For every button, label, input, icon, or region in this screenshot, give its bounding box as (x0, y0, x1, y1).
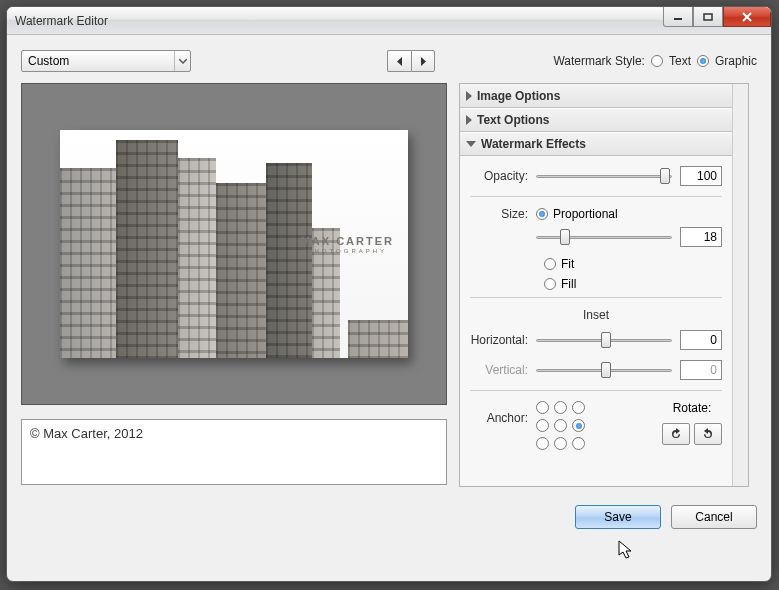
size-fit-option[interactable]: Fit (544, 257, 722, 271)
maximize-button[interactable] (693, 7, 723, 27)
anchor-tc[interactable] (554, 401, 567, 414)
style-graphic-radio[interactable] (697, 55, 709, 67)
size-fill-radio[interactable] (544, 278, 556, 290)
watermark-line1: MAX CARTER (301, 235, 394, 247)
anchor-bl[interactable] (536, 437, 549, 450)
size-fill-option[interactable]: Fill (544, 277, 722, 291)
caption-input[interactable]: © Max Carter, 2012 (21, 419, 447, 485)
vertical-value: 0 (680, 360, 722, 380)
size-fit-radio[interactable] (544, 258, 556, 270)
section-image-options[interactable]: Image Options (460, 84, 732, 108)
section-text-options[interactable]: Text Options (460, 108, 732, 132)
preview-area: MAX CARTER PHOTOGRAPHY (21, 83, 447, 405)
svg-rect-1 (704, 14, 712, 20)
dialog-window: Watermark Editor Custom (6, 6, 772, 582)
prev-button[interactable] (387, 50, 411, 72)
window-title: Watermark Editor (15, 14, 108, 28)
anchor-bc[interactable] (554, 437, 567, 450)
watermark-line2: PHOTOGRAPHY (301, 248, 394, 254)
close-button[interactable] (723, 7, 771, 27)
preset-value: Custom (28, 54, 69, 68)
style-text-radio[interactable] (651, 55, 663, 67)
titlebar[interactable]: Watermark Editor (7, 7, 771, 35)
rotate-right-button[interactable] (694, 423, 722, 445)
style-text-label: Text (669, 54, 691, 68)
preview-image: MAX CARTER PHOTOGRAPHY (60, 130, 408, 358)
anchor-tl[interactable] (536, 401, 549, 414)
preset-dropdown[interactable]: Custom (21, 50, 191, 72)
size-label: Size: (470, 207, 536, 221)
disclosure-right-icon (466, 91, 472, 101)
next-button[interactable] (411, 50, 435, 72)
opacity-value[interactable]: 100 (680, 166, 722, 186)
rotate-label: Rotate: (662, 401, 722, 415)
size-proportional-label: Proportional (553, 207, 618, 221)
size-proportional-radio[interactable] (536, 208, 548, 220)
anchor-br[interactable] (572, 437, 585, 450)
style-label: Watermark Style: (553, 54, 645, 68)
anchor-mc[interactable] (554, 419, 567, 432)
rotate-left-button[interactable] (662, 423, 690, 445)
anchor-label: Anchor: (470, 401, 536, 425)
disclosure-down-icon (466, 141, 476, 147)
horizontal-value[interactable]: 0 (680, 330, 722, 350)
effects-panel: Image Options Text Options Watermark Eff… (459, 83, 749, 487)
inset-heading: Inset (470, 308, 722, 322)
anchor-tr[interactable] (572, 401, 585, 414)
style-graphic-label: Graphic (715, 54, 757, 68)
opacity-slider[interactable] (536, 167, 672, 185)
size-value[interactable]: 18 (680, 227, 722, 247)
scrollbar[interactable] (732, 84, 748, 486)
anchor-ml[interactable] (536, 419, 549, 432)
chevron-down-icon (174, 51, 190, 71)
anchor-mr[interactable] (572, 419, 585, 432)
caption-text: © Max Carter, 2012 (30, 426, 143, 441)
save-button[interactable]: Save (575, 505, 661, 529)
vertical-label: Vertical: (470, 363, 536, 377)
size-slider[interactable] (536, 228, 672, 246)
anchor-grid (536, 401, 588, 453)
vertical-slider (536, 361, 672, 379)
disclosure-right-icon (466, 115, 472, 125)
horizontal-label: Horizontal: (470, 333, 536, 347)
watermark-overlay: MAX CARTER PHOTOGRAPHY (301, 235, 394, 254)
opacity-label: Opacity: (470, 169, 536, 183)
horizontal-slider[interactable] (536, 331, 672, 349)
section-watermark-effects[interactable]: Watermark Effects (460, 132, 732, 156)
minimize-button[interactable] (663, 7, 693, 27)
cancel-button[interactable]: Cancel (671, 505, 757, 529)
